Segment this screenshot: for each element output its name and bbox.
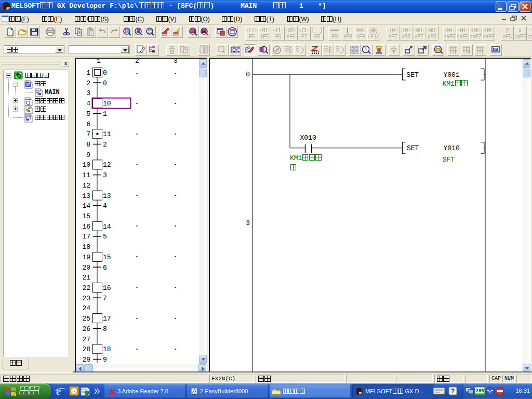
svg-text:3: 3	[174, 58, 178, 65]
svg-text:7: 7	[103, 295, 107, 302]
svg-text:2: 2	[86, 79, 90, 87]
svg-text:3: 3	[246, 219, 250, 227]
svg-text:4: 4	[86, 100, 90, 108]
svg-text:12: 12	[103, 161, 111, 169]
svg-text:13: 13	[103, 192, 111, 200]
svg-text:2: 2	[103, 141, 107, 149]
svg-text:15: 15	[103, 254, 111, 261]
svg-text:26: 26	[82, 325, 90, 333]
svg-text:19: 19	[82, 254, 90, 261]
svg-text:6: 6	[103, 264, 107, 272]
svg-text:18: 18	[103, 345, 111, 353]
svg-text:0: 0	[246, 71, 250, 78]
svg-text:13: 13	[82, 192, 90, 200]
svg-text:5: 5	[103, 233, 107, 241]
svg-text:2: 2	[135, 58, 139, 65]
svg-text:?: ?	[451, 388, 455, 395]
svg-text:4: 4	[103, 202, 107, 210]
svg-text:27: 27	[82, 336, 90, 343]
svg-text:SET: SET	[407, 144, 419, 152]
svg-text:25: 25	[82, 315, 90, 323]
svg-text:14: 14	[103, 223, 111, 231]
svg-text:Y010: Y010	[443, 144, 459, 152]
svg-text:29: 29	[82, 356, 90, 364]
svg-text:3: 3	[86, 89, 90, 97]
svg-text:1: 1	[86, 69, 90, 77]
svg-text:5: 5	[86, 110, 90, 118]
svg-text:11: 11	[82, 171, 90, 179]
svg-text:1: 1	[97, 58, 101, 65]
svg-text:9: 9	[103, 356, 107, 364]
svg-text:16: 16	[103, 284, 111, 292]
svg-text:15: 15	[82, 212, 90, 220]
svg-text:18: 18	[82, 243, 90, 251]
svg-text:9: 9	[86, 151, 90, 159]
svg-text:1: 1	[103, 110, 107, 118]
svg-text:10: 10	[82, 161, 90, 169]
svg-text:17: 17	[82, 233, 90, 241]
svg-text:10: 10	[103, 100, 111, 108]
svg-text:285: 285	[476, 389, 484, 394]
svg-text:14: 14	[82, 202, 90, 210]
svg-text:20: 20	[82, 264, 90, 272]
svg-text:8: 8	[103, 325, 107, 333]
svg-text:SET: SET	[406, 71, 419, 78]
svg-text:22: 22	[82, 284, 90, 292]
svg-text:24: 24	[82, 304, 90, 312]
svg-text:Y001: Y001	[443, 71, 459, 78]
svg-text:16: 16	[82, 223, 90, 231]
svg-text:6: 6	[86, 121, 90, 128]
svg-text:0: 0	[103, 69, 107, 77]
svg-text:e: e	[56, 385, 61, 397]
svg-text:21: 21	[82, 274, 90, 282]
svg-text:12: 12	[82, 182, 90, 190]
svg-text:23: 23	[82, 295, 90, 302]
svg-text:3: 3	[103, 171, 107, 179]
svg-text:7: 7	[86, 130, 90, 138]
svg-text:28: 28	[82, 345, 90, 353]
svg-text:8: 8	[86, 141, 90, 149]
svg-text:11: 11	[103, 130, 111, 138]
svg-text:17: 17	[103, 315, 111, 323]
svg-text:0: 0	[103, 79, 107, 87]
svg-text:X010: X010	[300, 134, 316, 142]
